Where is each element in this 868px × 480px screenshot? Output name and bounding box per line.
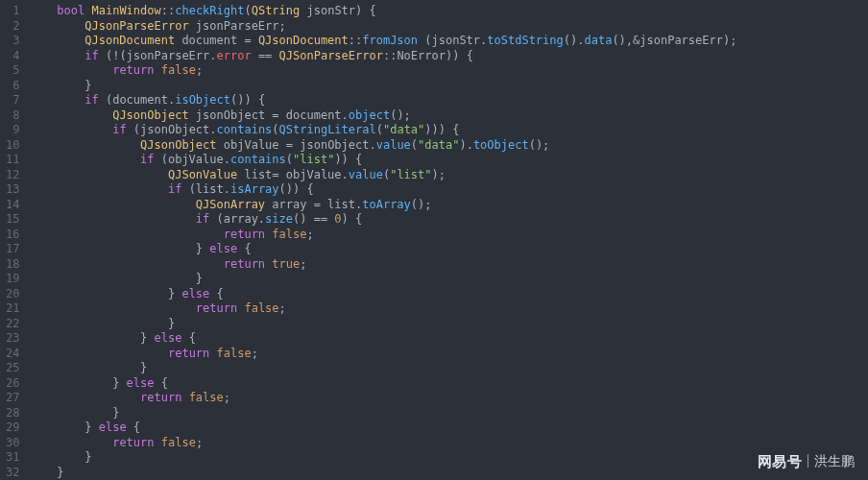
code-line[interactable]: return false;: [29, 63, 868, 79]
code-line[interactable]: if (jsonObject.contains(QStringLiteral("…: [29, 123, 868, 138]
code-line[interactable]: } else {: [29, 242, 868, 257]
divider: [808, 454, 808, 468]
token-plain: ();: [411, 198, 432, 211]
code-line[interactable]: QJsonObject jsonObject = document.object…: [29, 108, 868, 124]
token-plain: (jsonStr.: [418, 34, 487, 47]
token-kw: return: [112, 436, 154, 449]
code-line[interactable]: }: [29, 406, 868, 421]
code-line[interactable]: } else {: [29, 420, 868, 436]
token-plain: ).: [459, 138, 472, 152]
code-line[interactable]: }: [29, 79, 868, 94]
token-plain: [29, 198, 195, 211]
token-plain: ;: [279, 301, 286, 315]
token-kw: if: [112, 123, 126, 136]
token-plain: )) {: [334, 153, 362, 166]
line-number: 11: [6, 153, 19, 168]
token-kw: else: [155, 331, 182, 345]
token-plain: [29, 228, 223, 241]
token-fn: contains: [217, 123, 273, 136]
watermark-brand: 网易号: [758, 452, 803, 471]
token-plain: {: [155, 376, 168, 390]
token-plain: [29, 153, 140, 166]
code-line[interactable]: }: [29, 450, 868, 466]
token-str: "list": [293, 153, 334, 166]
code-line[interactable]: if (array.size() == 0) {: [29, 212, 868, 228]
line-number: 19: [6, 272, 19, 287]
token-kw: if: [140, 153, 154, 166]
token-kw: else: [127, 376, 155, 390]
code-line[interactable]: }: [29, 361, 868, 376]
token-plain: ;: [196, 63, 203, 77]
code-line[interactable]: } else {: [29, 376, 868, 392]
token-kw: if: [168, 182, 181, 196]
token-cls: QJSonArray: [196, 198, 265, 211]
code-line[interactable]: if (list.isArray()) {: [29, 182, 868, 198]
token-fn: value: [349, 168, 383, 181]
token-fn: toArray: [362, 198, 411, 211]
code-line[interactable]: if (objValue.contains("list")) {: [29, 153, 868, 168]
token-cls: QJsonObject: [140, 138, 216, 152]
code-line[interactable]: }: [29, 272, 868, 287]
line-number: 14: [6, 198, 19, 213]
code-line[interactable]: if (!(jsonParseErr.error == QJSonParseEr…: [29, 49, 868, 64]
token-plain: (list.: [181, 182, 230, 196]
code-line[interactable]: QJsonObject objValue = jsonObject.value(…: [29, 138, 868, 154]
code-line[interactable]: return false;: [29, 391, 868, 406]
token-fn: object: [349, 108, 390, 122]
line-number: 26: [6, 376, 19, 392]
token-fn: fromJson: [362, 34, 418, 47]
line-number: 28: [6, 406, 19, 421]
line-number: 7: [6, 93, 19, 108]
code-line[interactable]: QJsonDocument document = QJsonDocument::…: [29, 34, 868, 49]
code-area[interactable]: bool MainWindow::checkRight(QString json…: [29, 0, 868, 480]
code-line[interactable]: return false;: [29, 436, 868, 451]
token-plain: }: [29, 376, 126, 390]
token-plain: {: [209, 287, 223, 300]
token-plain: [155, 436, 161, 449]
code-line[interactable]: }: [29, 317, 868, 332]
token-kw: return: [224, 228, 265, 241]
line-number: 10: [6, 138, 19, 154]
code-line[interactable]: bool MainWindow::checkRight(QString json…: [29, 4, 868, 19]
token-plain: {: [237, 242, 251, 255]
token-lit: false: [217, 347, 252, 360]
code-line[interactable]: } else {: [29, 287, 868, 302]
token-fn: isObject: [175, 93, 230, 107]
line-number: 4: [6, 49, 19, 64]
token-plain: (objValue.: [155, 153, 230, 166]
token-plain: list= objValue.: [237, 168, 349, 181]
token-fn: size: [265, 212, 293, 226]
token-fn: toStdString: [487, 34, 563, 47]
line-number: 8: [6, 108, 19, 124]
token-plain: ()) {: [279, 182, 314, 196]
line-number: 13: [6, 182, 19, 198]
token-plain: }: [29, 420, 98, 434]
watermark-author: 洪生鹏: [814, 452, 855, 469]
token-plain: [29, 63, 112, 77]
code-line[interactable]: return false;: [29, 301, 868, 317]
token-lit: false: [189, 391, 224, 404]
code-line[interactable]: } else {: [29, 331, 868, 347]
token-cls: QJsonParseError: [84, 19, 188, 33]
token-plain: }: [29, 450, 91, 464]
code-line[interactable]: }: [29, 466, 868, 481]
token-plain: (: [411, 138, 418, 152]
code-line[interactable]: QJSonValue list= objValue.value("list");: [29, 168, 868, 183]
token-plain: }: [29, 331, 154, 345]
code-line[interactable]: return true;: [29, 257, 868, 273]
token-plain: jsonObject = document.: [189, 108, 349, 122]
token-kw: return: [140, 391, 181, 404]
token-kw: if: [84, 93, 98, 107]
code-line[interactable]: QJSonArray array = list.toArray();: [29, 198, 868, 213]
token-plain: ();: [390, 108, 411, 122]
token-cls: QJsonDocument: [84, 34, 175, 47]
code-line[interactable]: return false;: [29, 228, 868, 243]
code-line[interactable]: QJsonParseError jsonParseErr;: [29, 19, 868, 35]
token-plain: ))) {: [424, 123, 459, 136]
code-line[interactable]: return false;: [29, 347, 868, 362]
code-line[interactable]: if (document.isObject()) {: [29, 93, 868, 108]
token-kw: return: [112, 63, 154, 77]
token-kw: else: [181, 287, 209, 300]
token-plain: [29, 93, 84, 107]
token-fn: checkRight: [175, 4, 244, 17]
